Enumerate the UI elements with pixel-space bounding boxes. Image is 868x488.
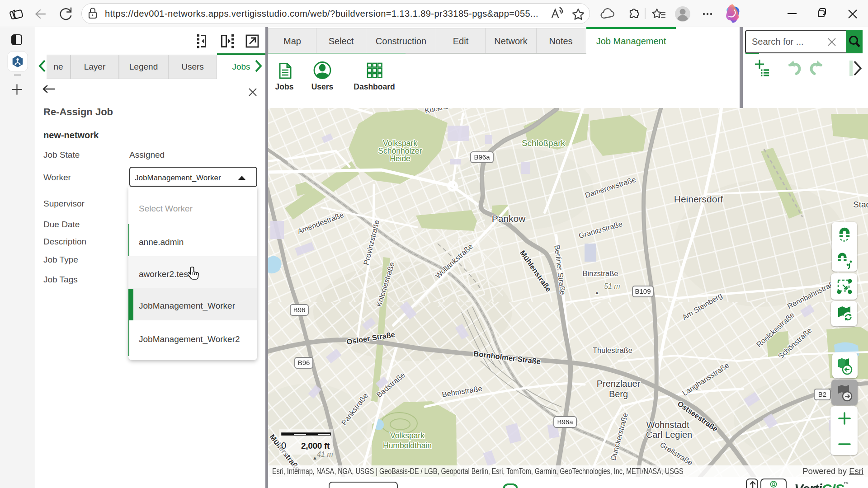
svg-text:Pankow: Pankow [492, 213, 526, 224]
svg-text:▲: ▲ [594, 290, 599, 295]
svg-text:B96a: B96a [557, 418, 573, 426]
svg-text:Users: Users [311, 82, 334, 91]
svg-text:B96: B96 [293, 306, 306, 314]
svg-text:Heinersdorf: Heinersdorf [674, 194, 723, 204]
svg-text:Heide: Heide [390, 154, 410, 163]
svg-text:Volkspark: Volkspark [390, 431, 425, 440]
svg-text:Carl Legien: Carl Legien [646, 430, 692, 440]
svg-text:Berg: Berg [609, 389, 628, 399]
svg-text:B109: B109 [635, 287, 651, 295]
svg-text:51 m: 51 m [604, 282, 620, 290]
svg-text:Wohnstadt: Wohnstadt [646, 420, 689, 430]
svg-text:Binzstraße: Binzstraße [583, 269, 618, 277]
svg-text:Prenzlauer: Prenzlauer [597, 379, 641, 389]
svg-text:B96: B96 [298, 359, 310, 366]
svg-text:Dashboard: Dashboard [354, 82, 395, 91]
svg-text:Humboldthain: Humboldthain [383, 441, 432, 450]
svg-text:Stadtr: Stadtr [853, 200, 868, 209]
svg-text:B96a: B96a [474, 153, 490, 161]
svg-text:Schloßpark: Schloßpark [522, 138, 566, 148]
svg-text:Thulestraße: Thulestraße [593, 346, 632, 354]
svg-text:Jobs: Jobs [275, 82, 294, 91]
svg-text:B2: B2 [818, 390, 826, 398]
